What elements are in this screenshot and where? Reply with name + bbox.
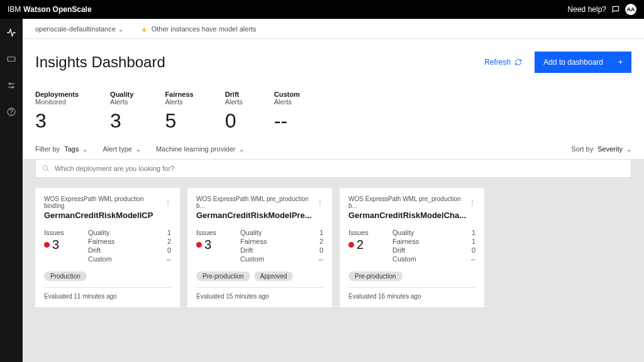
svg-rect-0 — [8, 57, 15, 62]
left-nav — [0, 19, 23, 362]
page-title: Insights Dashboard — [35, 53, 165, 71]
deployment-card[interactable]: WOS ExpressPath WML pre_production b...⋮… — [187, 188, 332, 307]
search-icon — [42, 165, 50, 172]
tag: Approved — [254, 272, 294, 281]
refresh-button[interactable]: Refresh — [484, 58, 522, 67]
refresh-icon — [514, 58, 522, 66]
search-bar[interactable] — [35, 159, 631, 178]
chevron-down-icon: ⌄ — [118, 26, 123, 33]
add-to-dashboard-button[interactable]: Add to dashboard + — [535, 52, 631, 73]
page-header: Insights Dashboard Refresh Add to dashbo… — [23, 39, 644, 84]
chevron-down-icon: ⌄ — [136, 146, 141, 153]
metric-deployments: DeploymentsMonitored3 — [35, 90, 79, 133]
metric-fairness: FairnessAlerts5 — [165, 90, 193, 133]
help-area: Need help? AA — [568, 4, 636, 15]
metric-custom: CustomAlerts-- — [274, 90, 300, 133]
deployment-card[interactable]: WOS ExpressPath WML production binding⋮ … — [35, 188, 180, 307]
svg-line-8 — [47, 170, 49, 172]
sort-by[interactable]: Sort by Severity⌄ — [571, 145, 631, 153]
nav-settings-icon[interactable] — [6, 80, 16, 90]
overflow-menu-icon[interactable]: ⋮ — [317, 199, 323, 206]
top-bar: IBM Watson OpenScale Need help? AA — [0, 0, 644, 19]
tag: Pre-production — [196, 272, 250, 281]
cards-grid: WOS ExpressPath WML production binding⋮ … — [23, 178, 644, 317]
metrics-row: DeploymentsMonitored3 QualityAlerts3 Fai… — [23, 84, 644, 141]
avatar[interactable]: AA — [625, 4, 636, 15]
metric-drift: DriftAlerts0 — [225, 90, 243, 133]
chevron-down-icon: ⌄ — [82, 146, 87, 153]
chat-icon[interactable] — [611, 5, 620, 14]
filter-row: Filter by Tags⌄ Alert type⌄ Machine lear… — [23, 141, 644, 159]
metric-quality: QualityAlerts3 — [110, 90, 133, 133]
filter-ml-provider[interactable]: Machine learning provider⌄ — [156, 145, 245, 153]
filter-alert-type[interactable]: Alert type⌄ — [103, 145, 140, 153]
nav-help-icon[interactable] — [6, 107, 16, 117]
deployment-title: GermanCreditRiskModelICP — [44, 211, 171, 220]
instance-selector[interactable]: openscale-defaultinstance⌄ — [35, 25, 123, 33]
deployment-title: GermanCreditRiskModelCha... — [348, 211, 475, 220]
main-content: openscale-defaultinstance⌄ ▲Other instan… — [23, 19, 644, 362]
brand: IBM Watson OpenScale — [8, 5, 92, 14]
deployment-title: GermanCreditRiskModelPre... — [196, 211, 323, 220]
svg-point-6 — [11, 114, 12, 114]
overflow-menu-icon[interactable]: ⋮ — [165, 199, 171, 206]
alert-dot-icon — [348, 242, 354, 248]
warning-icon: ▲ — [141, 25, 148, 33]
plus-icon: + — [618, 58, 623, 67]
filter-tags[interactable]: Filter by Tags⌄ — [35, 145, 87, 153]
alert-dot-icon — [44, 242, 50, 248]
chevron-down-icon: ⌄ — [239, 146, 244, 153]
chevron-down-icon: ⌄ — [626, 146, 631, 153]
tag: Production — [44, 272, 87, 281]
evaluated-time: Evaluated 11 minutes ago — [44, 287, 171, 300]
provider-label: WOS ExpressPath WML production binding — [44, 195, 165, 209]
brand-prefix: IBM — [8, 5, 21, 14]
nav-ticket-icon[interactable] — [6, 54, 16, 64]
brand-product: Watson OpenScale — [23, 5, 91, 14]
tag: Pre-production — [348, 272, 402, 281]
svg-point-7 — [43, 166, 48, 170]
overflow-menu-icon[interactable]: ⋮ — [469, 199, 475, 206]
help-link[interactable]: Need help? — [568, 5, 606, 14]
evaluated-time: Evaluated 15 minutes ago — [196, 287, 323, 300]
provider-label: WOS ExpressPath WML pre_production b... — [348, 195, 469, 209]
nav-activity-icon[interactable] — [6, 28, 16, 38]
deployment-card[interactable]: WOS ExpressPath WML pre_production b...⋮… — [340, 188, 484, 307]
search-input[interactable] — [55, 165, 625, 172]
evaluated-time: Evaluated 16 minutes ago — [348, 287, 475, 300]
alert-dot-icon — [196, 242, 202, 248]
instance-bar: openscale-defaultinstance⌄ ▲Other instan… — [23, 19, 644, 39]
instance-alert: ▲Other instances have model alerts — [141, 25, 257, 33]
provider-label: WOS ExpressPath WML pre_production b... — [196, 195, 317, 209]
